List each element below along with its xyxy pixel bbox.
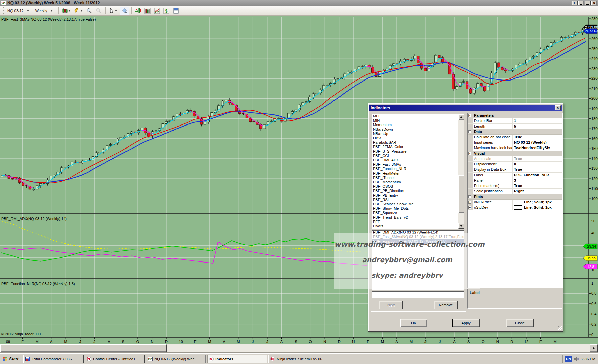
chart-horizontal-scrollbar[interactable] — [0, 344, 598, 352]
indicator-list-item[interactable]: PBF_PB_Entry — [372, 193, 464, 198]
property-row[interactable]: DesiredBar1 — [468, 118, 562, 124]
indicator-list-item[interactable]: MFI — [372, 114, 464, 118]
property-value[interactable]: True — [513, 156, 562, 161]
collapse-icon[interactable]: - — [468, 114, 472, 117]
property-value[interactable]: True — [513, 135, 562, 140]
property-value[interactable]: PBF_Function_NLR — [513, 173, 562, 178]
taskbar-task-button[interactable]: NinjaTrader 7 lic.emu v5.06 — [268, 355, 328, 363]
indicator-list-item[interactable]: PBF_iTunnel — [372, 176, 464, 180]
indicator-list-item[interactable]: PBF_DMI_ADX — [372, 158, 464, 162]
property-grid[interactable]: -ParametersDesiredBar1Length5-DataCalcul… — [467, 113, 563, 288]
property-row[interactable]: Length5 — [468, 124, 562, 129]
interval-dropdown[interactable]: Weekly — [33, 7, 55, 15]
property-value[interactable]: 1 — [513, 118, 562, 123]
indicator-list-item[interactable]: PBF_Trend_Bars_v2 — [372, 215, 464, 220]
property-value[interactable]: 3 — [513, 178, 562, 183]
property-row[interactable]: Displacement0 — [468, 162, 562, 167]
indicator-list-item[interactable]: PBF_Show_Me_Dots — [372, 206, 464, 211]
taskbar-task-button[interactable]: Total Commander 7.03 - ... — [23, 355, 84, 363]
property-category-row[interactable]: -Plots — [468, 194, 562, 200]
expand-icon[interactable]: + — [468, 201, 472, 204]
taskbar-clock[interactable]: 2:36 PM — [581, 357, 595, 361]
speaker-icon[interactable] — [574, 357, 579, 361]
dialog-close-button[interactable]: × — [555, 105, 561, 110]
collapse-icon[interactable]: - — [468, 152, 472, 155]
scroll-down-button[interactable] — [458, 223, 464, 229]
property-value[interactable]: True — [513, 167, 562, 172]
close-button[interactable]: × — [591, 1, 597, 5]
zoom-out-button[interactable] — [94, 7, 103, 15]
property-category-row[interactable]: -Data — [468, 129, 562, 135]
apply-button[interactable]: Apply — [453, 319, 480, 327]
collapse-icon[interactable]: - — [468, 195, 472, 198]
configured-indicators-list[interactable]: PBF_DMI_ADX(NQ 03-12 (Weekly),14)PBF_Fas… — [372, 230, 464, 290]
property-row[interactable]: +oNLRPriceLine; Solid; 1px — [468, 200, 562, 205]
expand-icon[interactable]: + — [468, 206, 472, 209]
property-value[interactable]: TwoHundredFiftySix — [513, 145, 562, 151]
property-row[interactable]: Scale justificationRight — [468, 189, 562, 194]
collapse-icon[interactable]: - — [468, 130, 472, 133]
indicator-list-item[interactable]: PBF_Scalper_Show_Me — [372, 202, 464, 206]
indicator-list-item[interactable]: ParabolicSAR — [372, 140, 464, 145]
property-row[interactable]: Panel3 — [468, 178, 562, 183]
indicator-list-item[interactable]: PBF_OSOB — [372, 184, 464, 189]
indicator-text-line[interactable] — [372, 291, 464, 298]
plot-color-swatch[interactable] — [514, 200, 522, 204]
property-row[interactable]: LabelPBF_Function_NLR — [468, 173, 562, 178]
list-scrollbar[interactable] — [458, 114, 464, 229]
scroll-right-button[interactable] — [590, 344, 598, 352]
configured-indicator-item[interactable]: PBF_DMI_ADX(NQ 03-12 (Weekly),14) — [372, 230, 464, 235]
dialog-titlebar[interactable]: Indicators × — [369, 105, 562, 111]
indicator-list-item[interactable]: NBarsUp — [372, 132, 464, 136]
instrument-dropdown[interactable]: NQ 03-12 — [5, 7, 31, 15]
property-value[interactable]: Line; Solid; 1px — [513, 205, 562, 210]
property-row[interactable]: Maximum bars look backTwoHundredFiftySix — [468, 145, 562, 151]
window-titlebar[interactable]: NQ 03-12 (Weekly) Week 51/2008 - Week 11… — [0, 0, 598, 6]
property-value[interactable]: Right — [513, 189, 562, 194]
toolbar-grip[interactable] — [3, 7, 4, 14]
data-box-button[interactable] — [120, 7, 129, 15]
close-dialog-button[interactable]: Close — [506, 319, 534, 327]
cursor-button[interactable] — [108, 7, 119, 15]
taskbar-task-button[interactable]: Control Center - Untitled1 — [85, 355, 145, 363]
indicator-list-item[interactable]: PBF_Squeeze — [372, 211, 464, 215]
drawing-tools-button[interactable] — [73, 7, 84, 15]
indicator-list-item[interactable]: MIN — [372, 118, 464, 123]
chart-trader-button[interactable] — [134, 7, 142, 15]
language-indicator[interactable]: EN — [565, 356, 572, 362]
indicator-list-item[interactable]: PBF_B_S_Pressure — [372, 149, 464, 154]
indicator-list-item[interactable]: PBF_2EMA_Color — [372, 145, 464, 149]
new-button[interactable]: New — [379, 301, 403, 309]
line-chart-button[interactable] — [153, 7, 161, 15]
indicator-list-item[interactable]: PBF_CCI — [372, 154, 464, 158]
property-category-row[interactable]: -Visual — [468, 151, 562, 156]
scrollbar-thumb[interactable] — [458, 175, 464, 213]
indicator-list-item[interactable]: PFE — [372, 220, 464, 224]
indicator-list-item[interactable]: Momentum — [372, 123, 464, 127]
report-button[interactable] — [171, 7, 180, 15]
property-value[interactable]: Line; Solid; 1px — [513, 200, 562, 205]
property-category-row[interactable]: -Parameters — [468, 113, 562, 118]
configured-indicator-item[interactable]: PBF_Function_NLR(NQ 03-12 (Weekly),1,5) — [372, 239, 464, 244]
indicator-list-item[interactable]: PBF_Momentum — [372, 180, 464, 184]
zoom-in-button[interactable] — [85, 7, 94, 15]
property-row[interactable]: Price marker(s)True — [468, 183, 562, 189]
bars-panel-button[interactable] — [143, 7, 152, 15]
ok-button[interactable]: OK — [400, 319, 427, 327]
property-value[interactable]: 5 — [513, 124, 562, 129]
indicator-list-item[interactable]: OBV — [372, 136, 464, 140]
taskbar-task-active[interactable]: Indicators — [207, 355, 267, 363]
remove-button[interactable]: Remove — [434, 301, 458, 309]
property-value[interactable]: 0 — [513, 162, 562, 167]
dollar-button[interactable]: $ — [162, 7, 171, 15]
indicator-list-item[interactable]: PBF_Fast_3MAs — [372, 162, 464, 167]
property-value[interactable]: NQ 03-12 (Weekly) — [513, 140, 562, 145]
property-row[interactable]: Display in Data BoxTrue — [468, 167, 562, 173]
available-indicators-list[interactable]: MFIMINMomentumNBarsDownNBarsUpOBVParabol… — [372, 114, 464, 229]
property-row[interactable]: Input seriesNQ 03-12 (Weekly) — [468, 140, 562, 145]
indicator-list-item[interactable]: Pivots — [372, 224, 464, 228]
property-row[interactable]: +oStdDevLine; Solid; 1px — [468, 205, 562, 210]
plot-color-swatch[interactable] — [514, 205, 522, 210]
restore-button[interactable] — [585, 1, 591, 5]
scrollbar-thumb[interactable] — [0, 344, 167, 352]
